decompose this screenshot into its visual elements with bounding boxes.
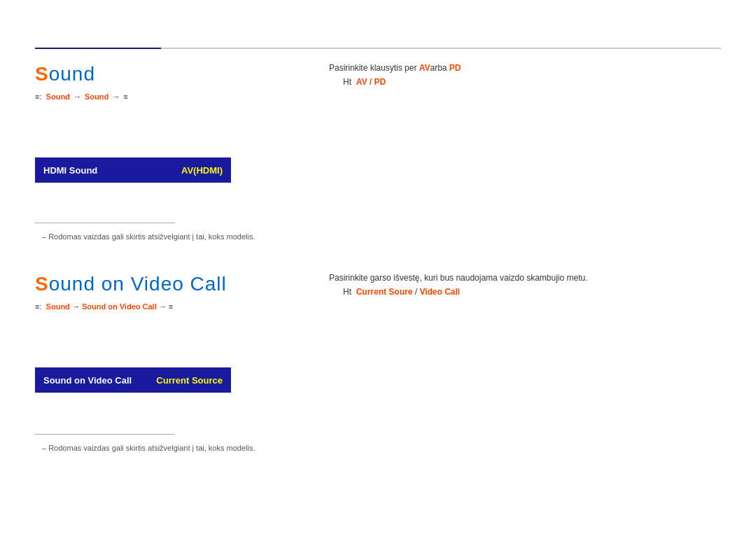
- vc-breadcrumb-link3: ≡: [169, 302, 173, 311]
- vc-desc-path-highlight2: Video Call: [419, 287, 460, 297]
- page-container: Sound ≡: Sound → Sound → ≡ Pasirinkite k…: [0, 0, 756, 534]
- top-divider: [35, 48, 721, 49]
- breadcrumb-sep2: →: [112, 92, 120, 101]
- breadcrumb-link2[interactable]: Sound: [85, 92, 108, 101]
- hdmi-desc-line2: Ht AV / PD: [329, 77, 721, 87]
- vc-desc-line2: Ht Current Soure / Video Call: [329, 287, 721, 297]
- vc-menu-bar[interactable]: Sound on Video Call Current Source: [35, 367, 231, 393]
- vc-desc-path-highlight1: Current Soure: [356, 287, 413, 297]
- vc-desc-line1: Pasirinkite garso išvestę, kuri bus naud…: [329, 273, 721, 283]
- breadcrumb-label: ≡:: [35, 92, 41, 101]
- section-hdmi: Sound ≡: Sound → Sound → ≡ Pasirinkite k…: [35, 63, 721, 101]
- note-2: – Rodomas vaizdas gali skirtis atsižvelg…: [42, 444, 255, 452]
- vc-desc-path-sep: /: [412, 287, 419, 297]
- section-videocall: Sound on Video Call ≡: Sound → Sound on …: [35, 273, 721, 311]
- section-divider-2: [35, 434, 175, 435]
- breadcrumb-sep1: →: [74, 92, 81, 101]
- vc-breadcrumb-link1[interactable]: Sound: [46, 302, 70, 311]
- hdmi-desc-prefix: Ht: [343, 77, 351, 87]
- hdmi-desc-line1: Pasirinkite klausytis per AVarba PD: [329, 63, 721, 73]
- vc-breadcrumb-link2[interactable]: Sound on Video Call: [82, 302, 157, 311]
- vc-desc-prefix: Ht: [343, 287, 351, 297]
- vc-breadcrumb: ≡: Sound → Sound on Video Call → ≡: [35, 302, 721, 311]
- vc-menu-value: Current Source: [156, 375, 223, 386]
- hdmi-breadcrumb: ≡: Sound → Sound → ≡: [35, 92, 721, 101]
- section-divider-1: [35, 223, 175, 223]
- hdmi-desc-path: AV / PD: [356, 77, 386, 87]
- hdmi-menu-value: AV(HDMI): [181, 165, 223, 176]
- hdmi-desc-text-part1: Pasirinkite klausytis per: [329, 63, 419, 73]
- hdmi-title-first-letter: S: [35, 63, 49, 85]
- vc-title-rest: ound on Video Call: [49, 273, 227, 295]
- vc-menu-label: Sound on Video Call: [43, 375, 132, 386]
- hdmi-menu-bar[interactable]: HDMI Sound AV(HDMI): [35, 157, 231, 183]
- vc-title-first-letter: S: [35, 273, 49, 295]
- hdmi-menu-label: HDMI Sound: [43, 165, 97, 176]
- hdmi-desc-mid: arba: [430, 63, 449, 73]
- hdmi-desc-av: AV: [419, 63, 430, 73]
- hdmi-title-rest: ound: [49, 63, 95, 85]
- vc-breadcrumb-label: ≡:: [35, 302, 41, 311]
- breadcrumb-link1[interactable]: Sound: [46, 92, 70, 101]
- vc-description: Pasirinkite garso išvestę, kuri bus naud…: [329, 273, 721, 297]
- vc-breadcrumb-sep1: →: [72, 302, 80, 311]
- hdmi-button-bar[interactable]: HDMI Sound AV(HDMI): [35, 157, 231, 183]
- vc-button-bar[interactable]: Sound on Video Call Current Source: [35, 367, 231, 393]
- note-1: – Rodomas vaizdas gali skirtis atsižvelg…: [42, 232, 255, 241]
- hdmi-description: Pasirinkite klausytis per AVarba PD Ht A…: [329, 63, 721, 87]
- hdmi-desc-pd: PD: [449, 63, 461, 73]
- breadcrumb-link3: ≡: [123, 92, 127, 101]
- vc-breadcrumb-sep2: →: [159, 302, 167, 311]
